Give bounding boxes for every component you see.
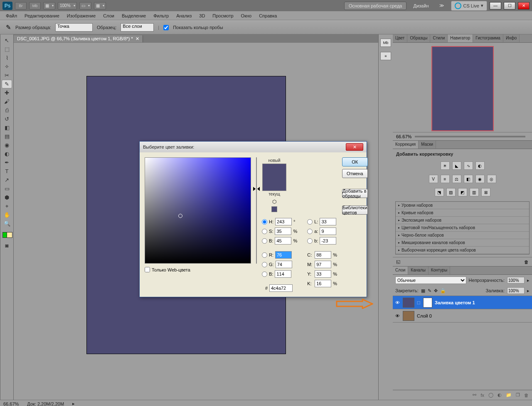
panel-tab-swatches[interactable]: Образцы [407, 34, 430, 42]
preset-curves[interactable]: Кривые наборов [396, 209, 529, 217]
menu-help[interactable]: Справка [259, 13, 277, 18]
panel-tab-navigator[interactable]: Навигатор [448, 34, 473, 42]
preset-bw[interactable]: Черно-белое наборов [396, 232, 529, 239]
opacity-input[interactable] [507, 277, 525, 284]
l-radio[interactable] [307, 219, 313, 225]
sample-size-select[interactable]: Точка [55, 23, 93, 32]
gradient-tool[interactable]: ▤ [2, 132, 12, 141]
color-swatches[interactable] [2, 230, 12, 239]
exposure-icon[interactable]: ◐ [475, 161, 485, 170]
type-tool[interactable]: T [2, 167, 12, 176]
b-input[interactable] [275, 237, 291, 245]
crop-tool[interactable]: ✂ [2, 71, 12, 80]
r-input[interactable] [275, 251, 292, 259]
zoom-tool[interactable]: 🔍 [2, 219, 12, 228]
layer-mask[interactable] [423, 298, 432, 308]
invert-icon[interactable]: ⬔ [435, 188, 444, 196]
new-layer-icon[interactable]: ❐ [516, 392, 520, 398]
dialog-close-button[interactable]: ✕ [346, 143, 363, 151]
fill-input[interactable] [507, 287, 525, 294]
threshold-icon[interactable]: ◩ [458, 188, 467, 196]
shape-tool[interactable]: ▭ [2, 184, 12, 193]
lab-b-input[interactable] [320, 237, 336, 245]
adj-trash-icon[interactable]: 🗑 [524, 259, 529, 264]
minibridge-icon[interactable]: Mb [29, 2, 41, 10]
sample-select[interactable]: Все слои [121, 23, 154, 32]
cslive-button[interactable]: CS Live▾ [451, 1, 487, 11]
screen-mode-dropdown[interactable]: ▦ [43, 2, 55, 10]
status-doc[interactable]: Док: 2,20M/2,20M [27, 401, 64, 406]
extras-dropdown[interactable]: ▦ [94, 2, 106, 10]
preset-levels[interactable]: Уровни наборов [396, 202, 529, 209]
menu-select[interactable]: Выделение [122, 13, 146, 18]
hue-slider[interactable] [256, 157, 257, 264]
blend-mode-select[interactable]: Обычные [395, 276, 466, 284]
navigator-thumbnail[interactable] [431, 46, 494, 131]
move-tool[interactable]: ↖ [2, 36, 12, 45]
marquee-tool[interactable]: ⬚ [2, 45, 12, 54]
h-input[interactable] [275, 218, 292, 225]
c-input[interactable] [315, 251, 331, 259]
balance-icon[interactable]: ⚖ [452, 175, 461, 183]
layer-row[interactable]: 👁 Слой 0 [393, 309, 532, 323]
dialog-titlebar[interactable]: Выберите цвет заливки: ✕ [140, 142, 367, 152]
mask-icon[interactable]: ◯ [488, 392, 493, 398]
lock-paint-icon[interactable]: ✎ [428, 288, 431, 293]
panel-tab-info[interactable]: Инфо [503, 34, 520, 42]
bw-icon[interactable]: ◧ [464, 175, 473, 183]
zoom-dropdown[interactable]: 100% [58, 2, 77, 10]
k-input[interactable] [315, 280, 331, 287]
history-panel-icon[interactable]: ≡ [380, 52, 391, 60]
brightness-icon[interactable]: ☀ [441, 161, 450, 170]
cube-icon[interactable]: ⬡ [272, 199, 276, 205]
path-tool[interactable]: ↗ [2, 176, 12, 184]
layer-name[interactable]: Слой 0 [417, 313, 432, 318]
levels-icon[interactable]: ◣ [452, 161, 461, 170]
a-input[interactable] [320, 227, 336, 235]
menu-file[interactable]: Файл [6, 13, 17, 18]
menu-view[interactable]: Просмотр [212, 13, 233, 18]
add-swatch-button[interactable]: Добавить в образцы [342, 189, 368, 198]
color-field[interactable] [145, 157, 251, 264]
lock-move-icon[interactable]: ✥ [434, 288, 438, 293]
bb-input[interactable] [275, 270, 291, 278]
lasso-tool[interactable]: ⌇ [2, 54, 12, 62]
menu-window[interactable]: Окно [241, 13, 252, 18]
layer-row[interactable]: 👁 ⬚ Заливка цветом 1 [393, 296, 532, 309]
document-tab[interactable]: DSC_0061.JPG @ 66,7% (Заливка цветом 1, … [14, 35, 143, 42]
workspace-design[interactable]: Дизайн [409, 2, 433, 10]
curves-icon[interactable]: ∿ [464, 161, 473, 170]
maximize-button[interactable]: ☐ [504, 2, 515, 10]
photo-filter-icon[interactable]: ◉ [475, 175, 485, 183]
preset-selective[interactable]: Выборочная коррекция цвета наборов [396, 247, 529, 254]
history-brush-tool[interactable]: ↺ [2, 115, 12, 123]
h-radio[interactable] [262, 219, 267, 225]
visibility-icon[interactable]: 👁 [394, 313, 400, 318]
group-icon[interactable]: 📁 [506, 392, 512, 398]
workspace-essentials[interactable]: Основная рабочая среда [344, 2, 407, 10]
web-only-checkbox[interactable]: Только Web-цвета [145, 267, 251, 272]
3d-tool[interactable]: ⬢ [2, 193, 12, 202]
g-radio[interactable] [262, 262, 267, 267]
menu-analysis[interactable]: Анализ [176, 13, 192, 18]
hex-input[interactable] [269, 284, 293, 292]
wand-tool[interactable]: ✧ [2, 62, 12, 71]
panel-tab-styles[interactable]: Стили [430, 34, 448, 42]
panel-tab-histogram[interactable]: Гистограмма [473, 34, 503, 42]
opacity-arrow-icon[interactable]: ▸ [527, 278, 530, 283]
minimize-button[interactable]: — [490, 2, 501, 10]
y-input[interactable] [315, 270, 331, 278]
delete-layer-icon[interactable]: 🗑 [524, 393, 529, 398]
panel-tab-adjustments[interactable]: Коррекция [393, 141, 419, 149]
eyedropper-tool[interactable]: ✎ [2, 80, 12, 88]
new-color-swatch[interactable] [263, 164, 286, 177]
bridge-icon[interactable]: Br [15, 2, 27, 10]
lock-trans-icon[interactable]: ▦ [421, 288, 425, 293]
l-input[interactable] [320, 218, 336, 225]
hue-icon[interactable]: ≡ [441, 175, 450, 183]
navigator-slider[interactable] [415, 136, 525, 137]
posterize-icon[interactable]: ▨ [446, 188, 456, 196]
m-input[interactable] [315, 261, 331, 268]
minibridge-panel-icon[interactable]: Mb [380, 39, 391, 47]
show-ring-checkbox[interactable] [163, 25, 169, 30]
